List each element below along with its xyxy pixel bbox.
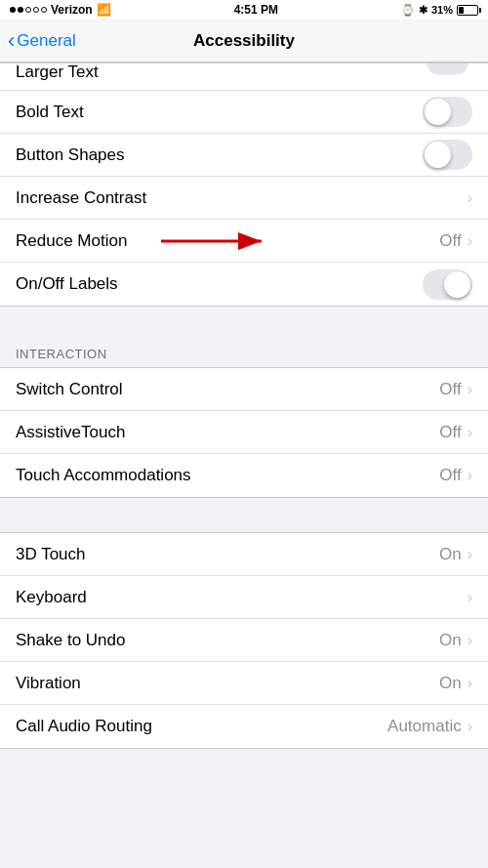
reduce-motion-chevron: › bbox=[468, 232, 472, 250]
wifi-icon: 📶 bbox=[97, 3, 111, 17]
shake-to-undo-chevron: › bbox=[468, 632, 472, 649]
status-left: Verizon 📶 bbox=[10, 3, 111, 17]
3d-touch-chevron: › bbox=[468, 546, 472, 563]
bold-text-row[interactable]: Bold Text bbox=[0, 91, 488, 134]
assistivetouch-label: AssistiveTouch bbox=[16, 423, 125, 442]
switch-control-value: Off bbox=[439, 380, 461, 399]
middle-spacer bbox=[0, 498, 488, 532]
call-audio-routing-row[interactable]: Call Audio Routing Automatic › bbox=[0, 705, 488, 748]
bold-text-right bbox=[423, 97, 472, 127]
call-audio-routing-right: Automatic › bbox=[387, 717, 472, 736]
battery-icon bbox=[457, 5, 478, 16]
vibration-chevron: › bbox=[468, 675, 472, 692]
keyboard-chevron: › bbox=[468, 589, 472, 606]
larger-text-toggle bbox=[423, 63, 472, 82]
touch-group: 3D Touch On › Keyboard › Shake to Undo O… bbox=[0, 532, 488, 749]
back-button[interactable]: ‹ General bbox=[8, 30, 76, 52]
switch-control-row[interactable]: Switch Control Off › bbox=[0, 368, 488, 411]
vibration-row[interactable]: Vibration On › bbox=[0, 662, 488, 705]
red-arrow-annotation bbox=[156, 227, 273, 256]
keyboard-right: › bbox=[468, 589, 472, 606]
bold-text-toggle[interactable] bbox=[423, 97, 472, 127]
touch-accommodations-right: Off › bbox=[439, 466, 472, 485]
larger-text-label: Larger Text bbox=[16, 63, 99, 82]
button-shapes-row[interactable]: Button Shapes bbox=[0, 134, 488, 177]
assistivetouch-row[interactable]: AssistiveTouch Off › bbox=[0, 411, 488, 454]
call-audio-routing-label: Call Audio Routing bbox=[16, 717, 152, 736]
3d-touch-value: On bbox=[439, 545, 462, 564]
interaction-header: INTERACTION bbox=[0, 341, 488, 367]
page-title: Accessibility bbox=[193, 31, 295, 51]
touch-accommodations-value: Off bbox=[439, 466, 461, 485]
switch-control-chevron: › bbox=[468, 381, 472, 398]
assistivetouch-value: Off bbox=[439, 423, 461, 442]
reduce-motion-label: Reduce Motion bbox=[16, 231, 127, 251]
shake-to-undo-value: On bbox=[439, 631, 462, 650]
reduce-motion-right: Off › bbox=[439, 231, 472, 251]
bold-text-label: Bold Text bbox=[16, 103, 84, 122]
status-right: ⌚ ✱ 31% bbox=[401, 4, 478, 17]
touch-accommodations-row[interactable]: Touch Accommodations Off › bbox=[0, 454, 488, 497]
vibration-label: Vibration bbox=[16, 674, 81, 693]
carrier-label: Verizon bbox=[51, 3, 93, 17]
back-arrow-icon: ‹ bbox=[8, 30, 15, 52]
bluetooth-label: ✱ bbox=[419, 4, 427, 17]
touch-accommodations-label: Touch Accommodations bbox=[16, 466, 191, 485]
3d-touch-right: On › bbox=[439, 545, 472, 564]
battery-label: 31% bbox=[431, 4, 453, 16]
button-shapes-toggle[interactable] bbox=[423, 140, 472, 170]
button-shapes-right bbox=[423, 140, 472, 170]
shake-to-undo-label: Shake to Undo bbox=[16, 631, 125, 650]
interaction-spacer bbox=[0, 307, 488, 341]
larger-text-row[interactable]: Larger Text bbox=[0, 63, 488, 91]
increase-contrast-label: Increase Contrast bbox=[16, 188, 146, 208]
back-label: General bbox=[17, 31, 75, 51]
interaction-group: Switch Control Off › AssistiveTouch Off … bbox=[0, 367, 488, 498]
larger-text-right bbox=[423, 63, 472, 82]
shake-to-undo-right: On › bbox=[439, 631, 472, 650]
switch-control-right: Off › bbox=[439, 380, 472, 399]
touch-accommodations-chevron: › bbox=[468, 467, 472, 484]
3d-touch-label: 3D Touch bbox=[16, 545, 86, 564]
onoff-labels-right bbox=[423, 269, 472, 300]
onoff-labels-row[interactable]: On/Off Labels bbox=[0, 263, 488, 306]
status-bar: Verizon 📶 4:51 PM ⌚ ✱ 31% bbox=[0, 0, 488, 20]
keyboard-label: Keyboard bbox=[16, 588, 87, 607]
signal-icon bbox=[10, 7, 47, 13]
settings-content: Larger Text Bold Text Button Shapes bbox=[0, 62, 488, 868]
reduce-motion-row[interactable]: Reduce Motion Off › bbox=[0, 220, 488, 263]
onoff-labels-toggle[interactable] bbox=[423, 269, 472, 300]
button-shapes-label: Button Shapes bbox=[16, 145, 125, 165]
keyboard-row[interactable]: Keyboard › bbox=[0, 576, 488, 619]
reduce-motion-value: Off bbox=[439, 231, 461, 251]
vision-group: Larger Text Bold Text Button Shapes bbox=[0, 62, 488, 307]
onoff-labels-label: On/Off Labels bbox=[16, 274, 118, 294]
assistivetouch-right: Off › bbox=[439, 423, 472, 442]
increase-contrast-row[interactable]: Increase Contrast › bbox=[0, 177, 488, 220]
vibration-value: On bbox=[439, 674, 462, 693]
status-time: 4:51 PM bbox=[234, 3, 278, 17]
increase-contrast-chevron: › bbox=[468, 189, 472, 207]
bluetooth-icon: ⌚ bbox=[401, 4, 415, 17]
switch-control-label: Switch Control bbox=[16, 380, 123, 399]
3d-touch-row[interactable]: 3D Touch On › bbox=[0, 533, 488, 576]
shake-to-undo-row[interactable]: Shake to Undo On › bbox=[0, 619, 488, 662]
nav-bar: ‹ General Accessibility bbox=[0, 20, 488, 62]
vibration-right: On › bbox=[439, 674, 472, 693]
assistivetouch-chevron: › bbox=[468, 424, 472, 441]
increase-contrast-right: › bbox=[468, 189, 472, 207]
call-audio-routing-chevron: › bbox=[468, 718, 472, 735]
call-audio-routing-value: Automatic bbox=[387, 717, 462, 736]
